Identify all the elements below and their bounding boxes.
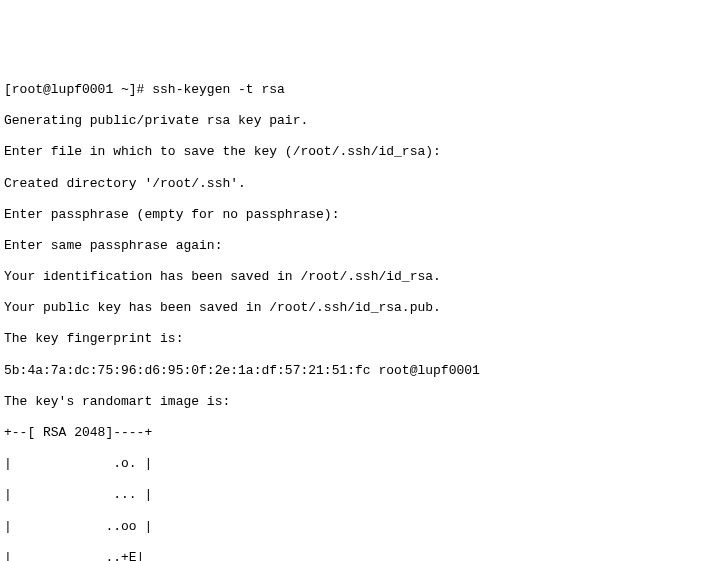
terminal-line: Enter file in which to save the key (/ro… [4, 144, 705, 160]
terminal-line: Your identification has been saved in /r… [4, 269, 705, 285]
terminal-line: Enter same passphrase again: [4, 238, 705, 254]
terminal-line: | ..oo | [4, 519, 705, 535]
terminal-line: | .o. | [4, 456, 705, 472]
terminal-line: Generating public/private rsa key pair. [4, 113, 705, 129]
terminal-line: The key's randomart image is: [4, 394, 705, 410]
terminal-output: [root@lupf0001 ~]# ssh-keygen -t rsa Gen… [4, 66, 705, 561]
terminal-line: Your public key has been saved in /root/… [4, 300, 705, 316]
terminal-line: | ..+E| [4, 550, 705, 561]
terminal-line: [root@lupf0001 ~]# ssh-keygen -t rsa [4, 82, 705, 98]
terminal-line: | ... | [4, 487, 705, 503]
terminal-line: The key fingerprint is: [4, 331, 705, 347]
terminal-line: 5b:4a:7a:dc:75:96:d6:95:0f:2e:1a:df:57:2… [4, 363, 705, 379]
terminal-line: Enter passphrase (empty for no passphras… [4, 207, 705, 223]
terminal-line: Created directory '/root/.ssh'. [4, 176, 705, 192]
terminal-line: +--[ RSA 2048]----+ [4, 425, 705, 441]
